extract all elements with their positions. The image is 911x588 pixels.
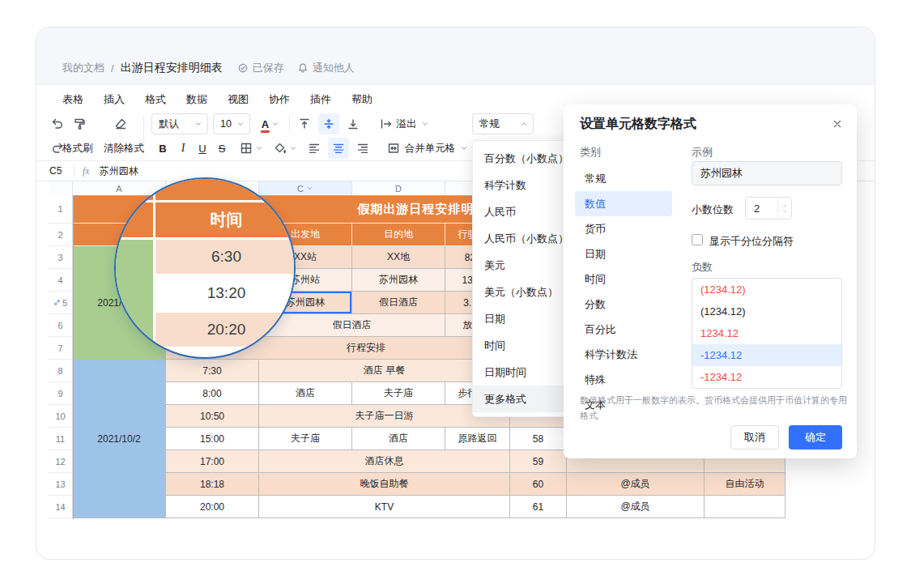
negative-option-2[interactable]: (1234.12) — [692, 300, 841, 322]
cell-C9[interactable]: 酒店 — [259, 382, 352, 405]
underline-button[interactable]: U — [194, 138, 211, 159]
menu-item-date[interactable]: 日期 — [473, 305, 573, 332]
valign-bottom-button[interactable] — [343, 113, 364, 134]
cell-C12-merged[interactable]: 酒店休息 — [259, 450, 510, 473]
text-color-button[interactable]: A — [255, 113, 286, 134]
category-special[interactable]: 特殊 — [575, 367, 672, 392]
cell-D9[interactable]: 夫子庙 — [352, 382, 445, 405]
cell-G13[interactable]: @成员 — [567, 473, 705, 496]
menu-item-rmb[interactable]: 人民币 — [473, 198, 573, 225]
font-select[interactable]: 默认 — [151, 113, 208, 134]
italic-button[interactable]: I — [175, 138, 191, 159]
select-all-corner[interactable] — [49, 181, 73, 195]
formula-input[interactable]: 苏州园林 — [100, 164, 138, 178]
cell-C13-merged[interactable]: 晚饭自助餐 — [259, 473, 510, 496]
cell-E11[interactable]: 原路返回 — [445, 428, 510, 450]
menu-format[interactable]: 格式 — [145, 92, 166, 107]
row-header-2[interactable]: 2 — [49, 224, 73, 246]
column-header-d[interactable]: D — [352, 181, 445, 195]
cell-B13[interactable]: 18:18 — [166, 473, 259, 496]
clear-format-button[interactable] — [110, 113, 131, 134]
cell-D2-dest-header[interactable]: 目的地 — [352, 224, 445, 246]
close-button[interactable] — [829, 116, 845, 132]
fill-color-button[interactable] — [270, 138, 300, 159]
row-header-1[interactable]: 1 — [49, 195, 73, 224]
expand-icon[interactable] — [53, 299, 61, 306]
cell-H14[interactable] — [705, 496, 785, 518]
sample-value-field[interactable]: 苏州园林 — [692, 161, 842, 185]
negative-option-1[interactable]: (1234.12) — [692, 279, 841, 300]
cancel-button[interactable]: 取消 — [730, 425, 779, 450]
row-header-6[interactable]: 6 — [49, 314, 73, 337]
cell-B10[interactable]: 10:50 — [166, 405, 259, 428]
undo-button[interactable] — [48, 113, 67, 134]
merge-cells-button[interactable]: 合并单元格 — [381, 138, 474, 159]
negative-option-5[interactable]: -1234.12 — [692, 366, 841, 388]
cell-B8[interactable]: 7:30 — [166, 360, 259, 382]
strikethrough-button[interactable]: S — [214, 138, 230, 159]
menu-item-rmb-decimal[interactable]: 人民币（小数点） — [473, 225, 573, 252]
category-time[interactable]: 时间 — [575, 266, 672, 292]
cell-day2[interactable]: 2021/10/2 — [73, 360, 166, 518]
halign-center-button[interactable] — [328, 138, 349, 159]
category-number-selected[interactable]: 数值 — [575, 191, 672, 216]
cell-B11[interactable]: 15:00 — [166, 428, 259, 450]
category-date[interactable]: 日期 — [575, 241, 672, 266]
cell-B9[interactable]: 8:00 — [166, 382, 259, 405]
borders-button[interactable] — [236, 138, 266, 159]
negative-option-4-selected[interactable]: -1234.12 — [692, 344, 841, 366]
cell-D4[interactable]: 苏州园林 — [352, 269, 445, 292]
menu-data[interactable]: 数据 — [186, 92, 207, 107]
breadcrumb-parent[interactable]: 我的文档 — [62, 61, 104, 75]
clear-format-label[interactable]: 清除格式 — [104, 138, 144, 159]
row-header-9[interactable]: 9 — [49, 382, 73, 405]
number-format-select[interactable]: 常规 — [472, 113, 534, 134]
category-percentage[interactable]: 百分比 — [575, 317, 672, 342]
menu-item-datetime[interactable]: 日期时间 — [473, 359, 573, 386]
decimal-places-stepper[interactable]: 2 — [745, 197, 792, 219]
thousands-separator-checkbox[interactable] — [692, 234, 703, 245]
category-scientific[interactable]: 科学计数法 — [575, 342, 672, 367]
category-currency[interactable]: 货币 — [575, 216, 672, 241]
menu-help[interactable]: 帮助 — [351, 92, 372, 107]
cell-F11[interactable]: 58 — [510, 428, 567, 450]
cell-G14[interactable]: @成员 — [567, 496, 705, 518]
cell-F12[interactable]: 59 — [510, 450, 567, 473]
cell-reference[interactable]: C5 — [36, 165, 74, 177]
cell-F14[interactable]: 61 — [510, 496, 567, 518]
category-general[interactable]: 常规 — [575, 166, 672, 191]
menu-item-more-formats[interactable]: 更多格式 — [473, 386, 573, 412]
cell-D11[interactable]: 酒店 — [352, 428, 445, 450]
menu-insert[interactable]: 插入 — [104, 92, 125, 107]
menu-table[interactable]: 表格 — [62, 92, 83, 107]
column-header-c[interactable]: C — [259, 181, 352, 195]
menu-plugins[interactable]: 插件 — [310, 92, 331, 107]
cell-C11[interactable]: 夫子庙 — [259, 428, 352, 450]
row-header-8[interactable]: 8 — [49, 360, 73, 382]
menu-item-percent-decimal[interactable]: 百分数（小数点） — [473, 145, 573, 172]
menu-item-time[interactable]: 时间 — [473, 332, 573, 359]
cell-F13[interactable]: 60 — [510, 473, 567, 496]
text-overflow-select[interactable]: 溢出 — [370, 113, 438, 134]
format-painter-button[interactable] — [69, 113, 90, 134]
valign-top-button[interactable] — [294, 113, 315, 134]
cell-C6-merged[interactable]: 假日酒店 — [259, 314, 445, 337]
halign-right-button[interactable] — [352, 138, 373, 159]
halign-left-button[interactable] — [304, 138, 325, 159]
cell-C14-merged[interactable]: KTV — [259, 496, 510, 518]
row-header-3[interactable]: 3 — [49, 246, 73, 269]
cell-B12[interactable]: 17:00 — [166, 450, 259, 473]
bold-button[interactable]: B — [154, 138, 172, 159]
row-header-14[interactable]: 14 — [49, 496, 73, 518]
notify-others[interactable]: 通知他人 — [297, 61, 355, 75]
menu-view[interactable]: 视图 — [228, 92, 249, 107]
cell-D3[interactable]: XX地 — [352, 246, 445, 269]
cell-H13[interactable]: 自由活动 — [705, 473, 785, 496]
menu-item-usd[interactable]: 美元 — [473, 252, 573, 279]
negative-option-3[interactable]: 1234.12 — [692, 322, 841, 344]
cell-D5[interactable]: 假日酒店 — [352, 292, 445, 314]
row-header-4[interactable]: 4 — [49, 269, 73, 292]
valign-middle-button[interactable] — [318, 113, 339, 134]
stepper-arrows[interactable] — [777, 198, 791, 219]
row-header-12[interactable]: 12 — [49, 450, 73, 473]
